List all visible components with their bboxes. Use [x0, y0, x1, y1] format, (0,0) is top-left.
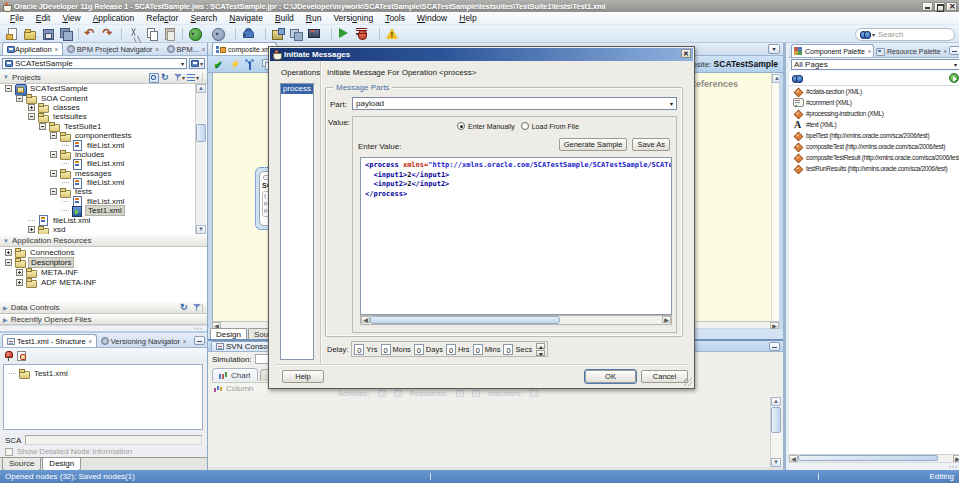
expand-icon[interactable]: [5, 259, 12, 266]
menu-item[interactable]: Application: [87, 12, 141, 24]
minimize-panel-icon[interactable]: [194, 336, 205, 345]
tree-row[interactable]: classes: [0, 103, 207, 112]
tab-structure[interactable]: Test1.xml - Structurex: [2, 334, 97, 347]
tree-row[interactable]: includes: [0, 150, 207, 159]
expand-icon[interactable]: [62, 207, 69, 214]
message-value-editor[interactable]: <process xmlns="http://xmlns.oracle.com/…: [360, 157, 672, 315]
resize-grip[interactable]: [684, 378, 692, 386]
undo-icon[interactable]: [85, 28, 98, 40]
palette-item[interactable]: compositeTest (http://xmlns.oracle.com/s…: [789, 141, 959, 152]
expand-icon[interactable]: [5, 249, 12, 256]
tree-row[interactable]: META-INF: [0, 267, 207, 277]
close-tab-icon[interactable]: x: [868, 48, 871, 54]
close-tab-icon[interactable]: x: [202, 46, 205, 52]
close-button[interactable]: [946, 2, 957, 11]
expand-icon[interactable]: [39, 123, 46, 130]
delay-value-input[interactable]: 0: [503, 344, 513, 355]
panel-resize-strip[interactable]: ‹‹‹: [789, 462, 959, 470]
expand-icon[interactable]: [62, 142, 69, 149]
palette-item[interactable]: #processing-instruction (XML): [789, 108, 959, 119]
menu-item[interactable]: Build: [269, 12, 300, 24]
ok-button[interactable]: OK: [585, 370, 636, 383]
palette-item[interactable]: #comment (XML): [789, 97, 959, 108]
antenna-icon[interactable]: [244, 59, 255, 70]
projects-header[interactable]: ▼ Projects ▾ ▾: [0, 70, 207, 84]
tree-row[interactable]: componenttests: [0, 131, 207, 140]
role-icon[interactable]: [242, 28, 260, 40]
expand-icon[interactable]: [28, 217, 35, 224]
sca-field[interactable]: [25, 435, 202, 445]
show-detail-checkbox[interactable]: [5, 448, 13, 456]
close-tab-icon[interactable]: x: [183, 338, 186, 344]
separator[interactable]: [328, 28, 335, 40]
cut-icon[interactable]: [128, 28, 141, 40]
expand-icon[interactable]: [28, 104, 35, 111]
tab-list-dropdown[interactable]: ▾: [768, 44, 780, 54]
menu-item[interactable]: View: [56, 12, 86, 24]
open-file-icon[interactable]: [24, 28, 37, 40]
close-tab-icon[interactable]: x: [944, 48, 947, 54]
delay-value-input[interactable]: 0: [354, 344, 364, 355]
separator[interactable]: [75, 28, 82, 40]
separator[interactable]: [262, 28, 269, 40]
deploy-icon[interactable]: [308, 28, 326, 40]
tree-row[interactable]: messages: [0, 169, 207, 178]
expand-icon[interactable]: [62, 198, 69, 205]
tab-design-view[interactable]: Design: [210, 328, 247, 339]
help-button[interactable]: Help: [282, 370, 324, 383]
tab-resource-palette[interactable]: Resource Palettex: [874, 45, 949, 57]
data-controls-header[interactable]: ▶ Data Controls: [0, 301, 207, 314]
expand-icon[interactable]: [16, 279, 23, 286]
warning-icon[interactable]: [386, 28, 399, 40]
menu-item[interactable]: Refactor: [140, 12, 184, 24]
search-dropdown-icon[interactable]: ▾: [872, 31, 875, 38]
expand-icon[interactable]: [16, 95, 23, 102]
delay-value-input[interactable]: 0: [446, 344, 456, 355]
minimize-panel-icon[interactable]: [949, 46, 959, 55]
debug-icon[interactable]: [356, 28, 374, 40]
menu-item[interactable]: File: [4, 12, 30, 24]
validate-icon[interactable]: ✔: [214, 59, 222, 70]
tab-application[interactable]: Applicationx: [2, 42, 63, 55]
close-tab-icon[interactable]: x: [55, 46, 58, 52]
tab-bpm-project-navigator[interactable]: BPM Project Navigatorx: [63, 43, 163, 55]
tree-row[interactable]: fileList.xml: [0, 215, 207, 224]
tree-row[interactable]: TestSuite1: [0, 122, 207, 131]
minimize-panel-icon[interactable]: [769, 342, 780, 351]
workspace-menu-button[interactable]: ▾: [189, 58, 205, 69]
tree-row[interactable]: fileList.xml: [0, 140, 207, 149]
tab-bpm[interactable]: BPM...x: [163, 43, 210, 55]
expand-icon[interactable]: [50, 170, 57, 177]
expand-icon[interactable]: [28, 113, 35, 120]
tab-chart[interactable]: Chart: [212, 368, 258, 381]
copy-icon[interactable]: [146, 28, 159, 40]
delay-value-input[interactable]: 0: [473, 344, 483, 355]
radio-enter-manually[interactable]: Enter Manually: [457, 122, 515, 130]
save-icon[interactable]: [42, 28, 55, 40]
expand-icon[interactable]: [50, 188, 57, 195]
menu-item[interactable]: Help: [453, 12, 482, 24]
delay-spinner[interactable]: [536, 343, 545, 356]
projects-scrollbar[interactable]: ▲ ▼: [195, 84, 206, 234]
tree-row[interactable]: tests: [0, 187, 207, 196]
separator[interactable]: [232, 28, 239, 40]
refresh-icon[interactable]: [161, 73, 171, 82]
tree-row[interactable]: Connections: [0, 247, 207, 257]
palette-item[interactable]: #cdata-section (XML): [789, 86, 959, 97]
application-resources-header[interactable]: ▼ Application Resources: [0, 234, 207, 247]
close-tab-icon[interactable]: x: [89, 338, 92, 344]
palette-item[interactable]: testRunResults (http://xmlns.oracle.com/…: [789, 163, 959, 174]
palette-item[interactable]: #text (XML): [789, 119, 959, 130]
expand-icon[interactable]: [62, 160, 69, 167]
menu-item[interactable]: Versioning: [327, 12, 379, 24]
search-box[interactable]: ▾ Search: [855, 28, 955, 41]
pages-combo[interactable]: All Pages ▾: [791, 59, 959, 70]
run-icon[interactable]: [338, 28, 351, 40]
expand-icon[interactable]: [50, 151, 57, 158]
tree-row[interactable]: ADF META-INF: [0, 277, 207, 287]
menu-item[interactable]: Run: [300, 12, 328, 24]
dialog-title-bar[interactable]: Initiate Messages: [270, 48, 693, 61]
tree-row[interactable]: xsd: [0, 225, 207, 234]
debug-composite-icon[interactable]: [229, 59, 237, 70]
recently-opened-files-header[interactable]: ▶ Recently Opened Files: [0, 314, 207, 325]
